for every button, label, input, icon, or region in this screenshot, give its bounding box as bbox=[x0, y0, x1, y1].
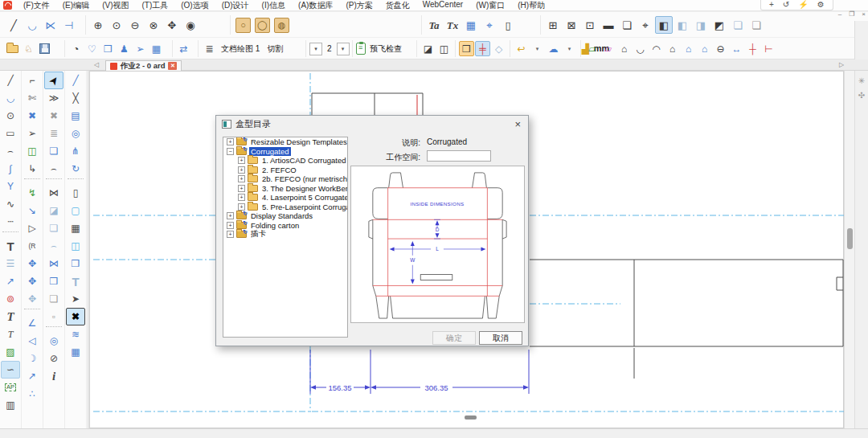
move-tool[interactable]: ✥ bbox=[23, 255, 42, 272]
menu-item[interactable]: 货盘化 bbox=[379, 0, 416, 12]
tree-item-pre-laserpoint[interactable]: + 5. Pre-Laserpoint Corrugated bbox=[223, 203, 347, 212]
text-tool[interactable]: T bbox=[1, 237, 20, 255]
hatch-fill-tool[interactable]: ▨ bbox=[1, 343, 20, 361]
menu-item[interactable]: (F)文件 bbox=[17, 0, 56, 12]
tab-scroll-left-icon[interactable]: ◁ bbox=[94, 61, 99, 68]
nick-tool-icon[interactable]: ◡ bbox=[633, 41, 648, 56]
extend-measure-icon[interactable]: ↔ bbox=[729, 41, 744, 56]
branch-tool[interactable]: Y bbox=[1, 178, 20, 195]
staircase-tool[interactable]: ↳ bbox=[23, 160, 42, 178]
edge-measure-icon[interactable]: ⊢ bbox=[761, 41, 776, 56]
select-tool[interactable]: ➤ bbox=[44, 72, 63, 89]
layers-stack-icon[interactable]: ≣ bbox=[202, 41, 217, 56]
line-angle-tool-icon[interactable]: ⋉ bbox=[42, 16, 59, 34]
tree-item-corrugated[interactable]: − Corrugated bbox=[223, 147, 347, 157]
viewport-tool[interactable]: ▢ bbox=[66, 202, 85, 219]
rotate-view-tool[interactable]: ↻ bbox=[66, 160, 85, 178]
cancel-button[interactable]: 取消 bbox=[479, 331, 522, 345]
tree-expander-icon[interactable]: + bbox=[238, 203, 245, 211]
align-tool[interactable]: ✥ bbox=[23, 290, 42, 308]
cloud-dropdown-icon[interactable]: ▾ bbox=[562, 41, 577, 56]
tree-expander-icon[interactable]: + bbox=[227, 212, 234, 219]
tree-item-display-standards[interactable]: + Display Standards bbox=[223, 211, 347, 221]
convert-3d-icon[interactable]: ❒ bbox=[100, 41, 116, 56]
dialog-close-icon[interactable]: × bbox=[513, 119, 522, 129]
radius-tool[interactable]: (R bbox=[23, 237, 42, 255]
italic-text-tool[interactable]: T bbox=[1, 308, 20, 325]
text-annotation-icon[interactable]: Ta bbox=[425, 16, 443, 34]
ungroup-icon[interactable]: ❏ bbox=[747, 16, 765, 34]
tree-expander-icon[interactable]: − bbox=[227, 148, 234, 155]
corner-curve-tool[interactable]: ⌢ bbox=[1, 142, 20, 160]
register-mark-icon[interactable]: ⌖ bbox=[637, 16, 654, 34]
undo-curve-icon[interactable]: ↩ bbox=[514, 41, 529, 56]
delete-segment-tool[interactable]: ✖ bbox=[23, 107, 42, 125]
pan-hand-icon[interactable]: ✥ bbox=[163, 16, 181, 34]
tree-item-resizable-design-templates[interactable]: + Resizable Design Templates bbox=[223, 137, 347, 147]
bridge-move-icon[interactable]: ⌂ bbox=[681, 41, 696, 56]
barcode-tool[interactable]: ▥ bbox=[1, 396, 20, 414]
grid-list-tool[interactable]: ▦ bbox=[66, 343, 85, 361]
counter-dark-icon[interactable]: ◪ bbox=[420, 41, 436, 56]
curve-tool[interactable]: ∫ bbox=[1, 160, 20, 178]
divider[interactable] bbox=[46, 326, 62, 331]
tree-expander-icon[interactable]: + bbox=[227, 138, 234, 145]
nick-remove-icon[interactable]: ⊖ bbox=[713, 41, 728, 56]
bridge-tool-icon[interactable]: ⌂ bbox=[616, 41, 632, 56]
counter-circle-icon[interactable]: ○ bbox=[235, 18, 251, 33]
tree-item-artioscad-corrugated[interactable]: + 1. ArtiosCAD Corrugated bbox=[223, 156, 347, 166]
drafting-table-icon[interactable]: ╪ bbox=[475, 41, 490, 56]
tree-item-folding-carton[interactable]: + Folding carton bbox=[223, 221, 347, 231]
undo-dropdown-icon[interactable]: ▾ bbox=[530, 41, 545, 56]
preview-box-icon[interactable]: ◉ bbox=[182, 16, 199, 34]
hatch-lines-tool[interactable]: ▤ bbox=[66, 107, 85, 125]
menu-item[interactable]: (O)选项 bbox=[174, 0, 215, 12]
zigzag-tool[interactable]: ≋ bbox=[66, 325, 85, 343]
counter-mask-icon[interactable]: ▱ bbox=[600, 41, 616, 56]
page-setup-tool[interactable]: ▯ bbox=[66, 184, 85, 202]
mirror-tool[interactable]: ⋈ bbox=[44, 184, 63, 202]
circle-delete-tool[interactable]: ⊘ bbox=[44, 350, 63, 367]
scale-dropdown-left[interactable]: ▾ bbox=[309, 43, 322, 55]
tree-expander-icon[interactable]: + bbox=[238, 175, 245, 182]
place-image-icon[interactable]: ❏ bbox=[618, 16, 636, 34]
menu-item[interactable]: (E)编辑 bbox=[56, 0, 96, 12]
menu-item[interactable]: (H)帮助 bbox=[511, 0, 551, 12]
layers-tool[interactable]: ≣ bbox=[44, 125, 63, 142]
divider[interactable] bbox=[24, 178, 40, 183]
paragraph-text-tool[interactable]: ☰ bbox=[1, 255, 20, 272]
scissors-tool[interactable]: ✄ bbox=[23, 89, 42, 107]
tree-item-fefco-metric[interactable]: + 2b. FEFCO (nur metrisch) bbox=[223, 174, 347, 184]
ap-label-tool[interactable]: AP bbox=[1, 379, 20, 396]
fill-none-icon[interactable]: ◧ bbox=[674, 16, 691, 34]
cube-3d-tool[interactable]: ❒ bbox=[44, 272, 63, 290]
ray-fan-tool[interactable]: ⋔ bbox=[66, 142, 85, 160]
delete-tool[interactable]: ✖ bbox=[44, 107, 63, 125]
open-design-icon[interactable] bbox=[5, 41, 20, 56]
direction-arrow-tool[interactable]: ➤ bbox=[66, 290, 85, 308]
grid-panel-tool[interactable]: ▦ bbox=[66, 219, 85, 237]
text-style-tool[interactable]: T bbox=[1, 325, 20, 343]
menu-item[interactable]: (I)信息 bbox=[256, 0, 292, 12]
text-3d-tool[interactable]: T bbox=[66, 272, 85, 290]
stretch-tool[interactable]: ↘ bbox=[23, 202, 42, 219]
menu-item[interactable]: (P)方案 bbox=[339, 0, 379, 12]
construction-cross-tool[interactable]: ╳ bbox=[66, 89, 85, 107]
horizontal-scrollbar-thumb[interactable] bbox=[465, 415, 477, 420]
divider[interactable] bbox=[24, 309, 40, 313]
cloud-markup-icon[interactable]: ☁ bbox=[546, 41, 561, 56]
vertical-scrollbar-thumb[interactable] bbox=[847, 228, 853, 249]
spell-check-icon[interactable]: ◔ bbox=[68, 41, 84, 56]
diamond-view-icon[interactable]: ◇ bbox=[491, 41, 506, 56]
arc-tool-icon[interactable]: ◡ bbox=[23, 16, 41, 34]
blend-tool[interactable]: ⌢ bbox=[44, 237, 63, 255]
wave-tool[interactable]: ∿ bbox=[1, 195, 20, 213]
divider[interactable] bbox=[2, 231, 18, 236]
mirror-copy-tool[interactable]: ⋈ bbox=[44, 255, 63, 272]
panel-size-tool[interactable]: ◫ bbox=[23, 142, 42, 160]
tree-expander-icon[interactable]: + bbox=[238, 194, 245, 201]
database-info-icon[interactable]: ▦ bbox=[149, 41, 164, 56]
undo-icon[interactable]: ↺ bbox=[783, 1, 789, 9]
menu-item[interactable]: (V)视图 bbox=[96, 0, 135, 12]
taper-tool[interactable]: ▷ bbox=[23, 219, 42, 237]
